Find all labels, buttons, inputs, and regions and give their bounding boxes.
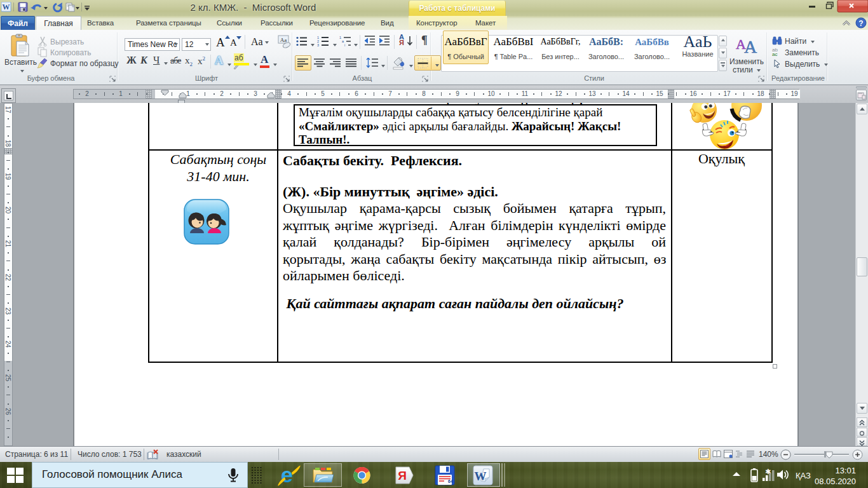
svg-text:A: A [744,37,757,54]
svg-text:?: ? [858,19,863,28]
svg-text:64: 64 [448,479,453,484]
svg-text:W: W [3,3,10,11]
svg-text:Я: Я [398,469,407,482]
svg-text:3: 3 [317,43,319,47]
svg-text:W: W [475,470,487,483]
svg-text:i: i [344,43,345,47]
svg-text:e: e [281,464,293,487]
svg-text:✱: ✱ [765,468,771,475]
svg-text:1: 1 [339,36,341,39]
svg-text:Аа: Аа [280,37,287,43]
